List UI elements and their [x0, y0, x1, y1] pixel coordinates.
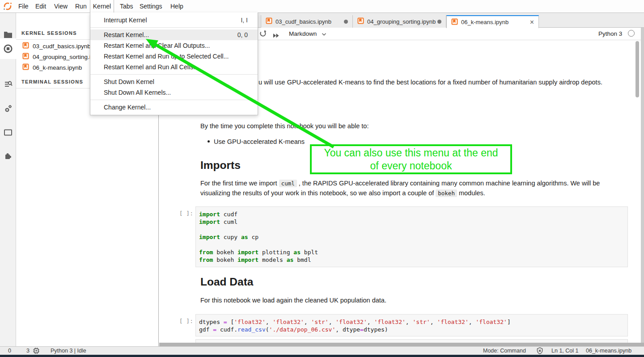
window-bottom-edge: [0, 355, 644, 357]
annotation-line2: of every notebook: [370, 160, 452, 172]
cursor-position[interactable]: Ln 1, Col 1: [551, 347, 578, 355]
notebook-icon: [22, 53, 29, 61]
code-cell-partial[interactable]: [195, 339, 628, 343]
unsaved-dot-icon: [437, 20, 441, 24]
kernel-sessions-header: KERNEL SESSIONS: [21, 30, 77, 36]
annotation-box: You can also use this menu at the end of…: [310, 144, 512, 174]
statusbar-filename: 06_k-means.ipynb: [586, 347, 631, 355]
tab-03-cudf-basics[interactable]: 03_cudf_basics.ipynb: [261, 15, 352, 28]
menu-file[interactable]: File: [18, 0, 29, 13]
jupyter-logo-icon: [3, 2, 12, 11]
menu-item-restart-kernel[interactable]: Restart Kernel... 0, 0: [90, 29, 258, 40]
mode-indicator[interactable]: Mode: Command: [483, 347, 526, 355]
menu-kernel[interactable]: Kernel: [90, 0, 114, 13]
menu-separator: [90, 74, 258, 75]
menu-item-label: Shut Down All Kernels...: [104, 89, 171, 96]
menu-item-change-kernel[interactable]: Change Kernel...: [90, 102, 258, 113]
notebook-icon: [451, 18, 458, 26]
load-data-paragraph: For this notebook we load again the clea…: [200, 297, 386, 304]
extension-manager-icon[interactable]: [0, 149, 16, 162]
menu-item-restart-run-all[interactable]: Restart Kernel and Run All Cells...: [90, 62, 258, 72]
kernels-count[interactable]: 3: [26, 347, 30, 355]
objectives-text: By the time you complete this notebook y…: [200, 122, 369, 130]
notebook-icon: [266, 17, 272, 25]
notebook-icon: [22, 42, 29, 50]
annotation-line1: You can also use this menu at the end: [324, 147, 498, 160]
code-cell-load-data[interactable]: dtypes = ['float32', 'float32', 'str', '…: [195, 314, 628, 336]
menu-item-label: Shut Down Kernel: [104, 78, 154, 85]
tab-label: 03_cudf_basics.ipynb: [275, 18, 331, 25]
tab-label: 04_grouping_sorting.ipynb: [367, 18, 436, 25]
menu-item-label: Restart Kernel and Run up to Selected Ce…: [104, 53, 229, 60]
running-sessions-icon[interactable]: [0, 42, 16, 55]
kernel-status-icon[interactable]: [628, 30, 635, 37]
imports-paragraph-line2: visualizing the results of your work in …: [200, 189, 485, 197]
bullet-icon: [208, 140, 210, 143]
session-label: 06_k-means.ipynb: [33, 64, 82, 71]
tab-label: 06_k-means.ipynb: [461, 19, 508, 25]
menu-item-label: Restart Kernel...: [104, 31, 149, 38]
menu-item-shortcut: 0, 0: [237, 31, 248, 38]
kernel-status-text[interactable]: Python 3 | Idle: [51, 347, 86, 355]
kernel-menu-dropdown: Interrupt Kernel I, I Restart Kernel... …: [90, 13, 258, 115]
run-all-icon[interactable]: [273, 32, 279, 40]
menu-item-label: Change Kernel...: [104, 104, 151, 111]
gears-icon[interactable]: [0, 102, 16, 115]
unsaved-dot-icon: [344, 20, 348, 24]
menu-item-shortcut: I, I: [241, 17, 248, 24]
menu-item-shutdown-kernel[interactable]: Shut Down Kernel: [90, 76, 258, 87]
right-edge-gutter: [641, 28, 644, 343]
menu-item-restart-clear-outputs[interactable]: Restart Kernel and Clear All Outputs...: [90, 40, 258, 51]
menu-bar: File Edit View Run Tabs Settings Help Ke…: [0, 0, 644, 13]
notebook-icon: [22, 63, 29, 71]
load-data-heading: Load Data: [200, 276, 253, 288]
cell-type-value: Markdown: [289, 30, 317, 37]
cell-prompt: [ ]:: [169, 318, 193, 324]
menu-view[interactable]: View: [54, 0, 68, 13]
horizontal-scrollbar[interactable]: [159, 343, 644, 346]
menu-run[interactable]: Run: [75, 0, 87, 13]
menu-item-label: Interrupt Kernel: [104, 17, 147, 24]
code-cell-imports[interactable]: import cudf import cuml import cupy as c…: [195, 206, 628, 267]
menu-settings[interactable]: Settings: [140, 0, 162, 13]
file-browser-icon[interactable]: [0, 28, 16, 41]
menu-item-restart-run-to-cell[interactable]: Restart Kernel and Run up to Selected Ce…: [90, 51, 258, 62]
session-label: 03_cudf_basics.ipynb: [33, 43, 91, 50]
terminals-count[interactable]: 0: [8, 347, 11, 355]
menu-item-label: Restart Kernel and Run All Cells...: [104, 63, 199, 71]
restart-kernel-icon[interactable]: [259, 30, 267, 39]
command-palette-icon[interactable]: [0, 78, 16, 91]
cell-prompt: [ ]:: [169, 210, 193, 217]
menu-item-interrupt-kernel[interactable]: Interrupt Kernel I, I: [90, 15, 258, 25]
open-tabs-icon[interactable]: [0, 126, 16, 139]
imports-heading: Imports: [200, 159, 241, 172]
menu-item-shutdown-all-kernels[interactable]: Shut Down All Kernels...: [90, 87, 258, 98]
terminal-sessions-header: TERMINAL SESSIONS: [21, 79, 83, 84]
jupyterlab-window: File Edit View Run Tabs Settings Help Ke…: [0, 0, 644, 357]
vertical-scrollbar-thumb[interactable]: [636, 41, 639, 97]
notebook-icon: [357, 17, 364, 25]
menu-item-label: Restart Kernel and Clear All Outputs...: [104, 42, 210, 49]
tab-06-k-means[interactable]: 06_k-means.ipynb ×: [446, 15, 539, 28]
menu-separator: [90, 27, 258, 28]
intro-text-fragment: u will use GPU-accelerated K-means to fi…: [258, 79, 602, 86]
kernel-name[interactable]: Python 3: [598, 30, 622, 37]
activity-bar: [0, 13, 16, 346]
cell-type-select[interactable]: Markdown: [289, 30, 326, 37]
objective-bullet-text: Use GPU-accelerated K-means: [214, 138, 305, 145]
menu-tabs[interactable]: Tabs: [120, 0, 133, 13]
status-bar: [0, 346, 644, 355]
close-tab-icon[interactable]: ×: [530, 19, 534, 26]
menu-help[interactable]: Help: [170, 0, 183, 13]
menu-separator: [90, 100, 258, 100]
tab-04-grouping-sorting[interactable]: 04_grouping_sorting.ipynb: [352, 15, 446, 28]
imports-paragraph-line1: For the first time we import cuml , the …: [200, 180, 600, 187]
menu-edit[interactable]: Edit: [35, 0, 46, 13]
